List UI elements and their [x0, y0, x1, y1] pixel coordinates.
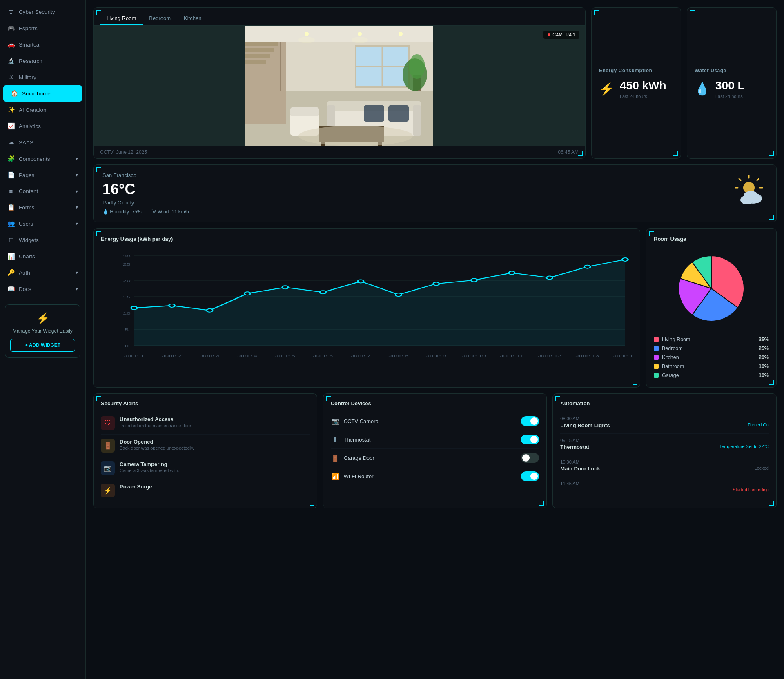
x-axis-label: June 6: [313, 354, 333, 358]
cctv-date: CCTV: June 12, 2025: [100, 149, 147, 155]
data-point: [131, 306, 137, 310]
sidebar-icon: 🧩: [7, 155, 15, 162]
data-point: [207, 309, 212, 312]
automation-item: 08:00 AM Living Room Lights Turned On: [560, 412, 769, 434]
sidebar-icon: ⊞: [7, 236, 15, 244]
sidebar-item-pages[interactable]: 📄 Pages ▾: [0, 167, 85, 183]
x-axis-label: June 4: [237, 354, 257, 358]
weather-temp: 16°C: [102, 181, 189, 198]
svg-point-27: [298, 126, 413, 146]
sidebar-item-cyber-security[interactable]: 🛡 Cyber Security: [0, 4, 85, 20]
weather-card: San Francisco 16°C Partly Cloudy 💧 Humid…: [93, 164, 777, 222]
sidebar-label: Charts: [19, 253, 35, 260]
top-row: Living Room Bedroom Kitchen CAMERA 1: [93, 7, 777, 159]
x-axis-label: June 8: [388, 354, 408, 358]
sidebar-item-forms[interactable]: 📋 Forms ▾: [0, 199, 85, 215]
svg-rect-21: [388, 105, 409, 122]
auto-time: 10:30 AM: [560, 459, 769, 464]
auto-time: 09:15 AM: [560, 438, 769, 443]
control-devices-card: Control Devices 📷CCTV Camera 🌡Thermostat…: [323, 393, 547, 508]
alert-desc: Back door was opened unexpectedly.: [120, 446, 194, 450]
sidebar-item-esports[interactable]: 🎮 Esports: [0, 20, 85, 36]
sidebar-icon: 🔬: [7, 57, 15, 64]
sidebar-item-smartcar[interactable]: 🚗 Smartcar: [0, 36, 85, 53]
legend-color: [654, 373, 659, 378]
x-axis-label: June 2: [162, 354, 182, 358]
sidebar-item-saas[interactable]: ☁ SAAS: [0, 134, 85, 151]
x-axis-label: June 3: [200, 354, 220, 358]
sidebar-item-ai-creation[interactable]: ✨ AI Creation: [0, 102, 85, 118]
alert-title: Power Surge: [120, 484, 152, 490]
legend-item: Garage10%: [654, 371, 769, 380]
svg-rect-4: [245, 42, 278, 46]
energy-title: Energy Consumption: [599, 68, 673, 73]
tab-living-room[interactable]: Living Room: [100, 12, 143, 25]
sidebar-item-components[interactable]: 🧩 Components ▾: [0, 151, 85, 167]
legend-pct: 20%: [759, 355, 769, 360]
camera-panel: Living Room Bedroom Kitchen CAMERA 1: [93, 7, 586, 159]
water-title: Water Usage: [695, 68, 769, 73]
toggle-knob: [530, 417, 538, 425]
water-card: Water Usage 💧 300 L Last 24 hours: [687, 7, 777, 159]
svg-line-38: [739, 179, 741, 180]
sidebar-item-research[interactable]: 🔬 Research: [0, 53, 85, 69]
toggle-knob: [530, 436, 538, 443]
cctv-time: 06:45 AM: [558, 149, 579, 155]
svg-line-35: [757, 179, 759, 180]
tab-bedroom[interactable]: Bedroom: [143, 12, 177, 25]
rec-indicator: [548, 33, 550, 36]
x-axis-label: June 10: [462, 354, 486, 358]
sidebar-item-military[interactable]: ⚔ Military: [0, 69, 85, 85]
data-point: [622, 258, 628, 261]
sidebar-item-auth[interactable]: 🔑 Auth ▾: [0, 264, 85, 281]
sidebar-item-docs[interactable]: 📖 Docs ▾: [0, 281, 85, 297]
energy-chart-card: Energy Usage (kWh per day) 0 5 10: [93, 228, 640, 388]
svg-rect-8: [280, 42, 281, 91]
svg-rect-2: [245, 26, 433, 42]
devices-list: 📷CCTV Camera 🌡Thermostat 🚪Garage Door 📶W…: [331, 412, 539, 485]
security-list: 🛡 Unauthorized Access Detected on the ma…: [101, 412, 310, 501]
alert-item: 🛡 Unauthorized Access Detected on the ma…: [101, 412, 310, 435]
chevron-icon: ▾: [76, 204, 78, 210]
line-chart: 0 5 10 15 20 25 30 June 1June 2June 3Jun…: [101, 248, 633, 362]
device-toggle[interactable]: [521, 435, 539, 444]
sidebar-label: Smartcar: [19, 42, 41, 48]
sidebar-item-analytics[interactable]: 📈 Analytics: [0, 118, 85, 134]
sidebar-item-widgets[interactable]: ⊞ Widgets: [0, 232, 85, 248]
automation-list: 08:00 AM Living Room Lights Turned On 09…: [560, 412, 769, 496]
device-name: Thermostat: [344, 437, 371, 443]
device-toggle[interactable]: [521, 471, 539, 481]
device-toggle[interactable]: [521, 416, 539, 426]
automation-card: Automation 08:00 AM Living Room Lights T…: [552, 393, 777, 508]
device-name: CCTV Camera: [344, 418, 379, 424]
svg-text:10: 10: [123, 311, 131, 315]
main-content: Living Room Bedroom Kitchen CAMERA 1: [86, 0, 784, 679]
tab-kitchen[interactable]: Kitchen: [177, 12, 208, 25]
alert-icon: 🛡: [101, 416, 115, 430]
sidebar-item-charts[interactable]: 📊 Charts: [0, 248, 85, 264]
legend-label: Living Room: [662, 337, 690, 342]
svg-text:25: 25: [123, 262, 131, 266]
room-usage-title: Room Usage: [654, 236, 769, 242]
device-icon: 📷: [331, 417, 340, 425]
device-item: 📷CCTV Camera: [331, 412, 539, 430]
sidebar-icon: 🛡: [7, 9, 15, 16]
alert-title: Unauthorized Access: [120, 416, 192, 422]
legend-item: Kitchen20%: [654, 353, 769, 362]
add-widget-button[interactable]: + ADD WIDGET: [10, 339, 75, 352]
energy-icon: ⚡: [599, 82, 614, 96]
sidebar-item-content[interactable]: ≡ Content ▾: [0, 183, 85, 199]
device-toggle[interactable]: [521, 453, 539, 463]
sidebar-icon: ⚔: [7, 73, 15, 81]
sidebar-item-users[interactable]: 👥 Users ▾: [0, 215, 85, 232]
legend-item: Living Room35%: [654, 335, 769, 344]
sidebar: 🛡 Cyber Security 🎮 Esports 🚗 Smartcar 🔬 …: [0, 0, 86, 679]
sidebar-item-smarthome[interactable]: 🏠 Smarthome: [3, 85, 82, 102]
svg-text:30: 30: [123, 254, 131, 258]
svg-text:5: 5: [125, 327, 129, 332]
promo-icon: ⚡: [10, 312, 75, 325]
data-point: [245, 292, 250, 295]
legend-color: [654, 355, 659, 360]
svg-point-29: [358, 32, 362, 36]
device-name: Garage Door: [344, 455, 374, 461]
